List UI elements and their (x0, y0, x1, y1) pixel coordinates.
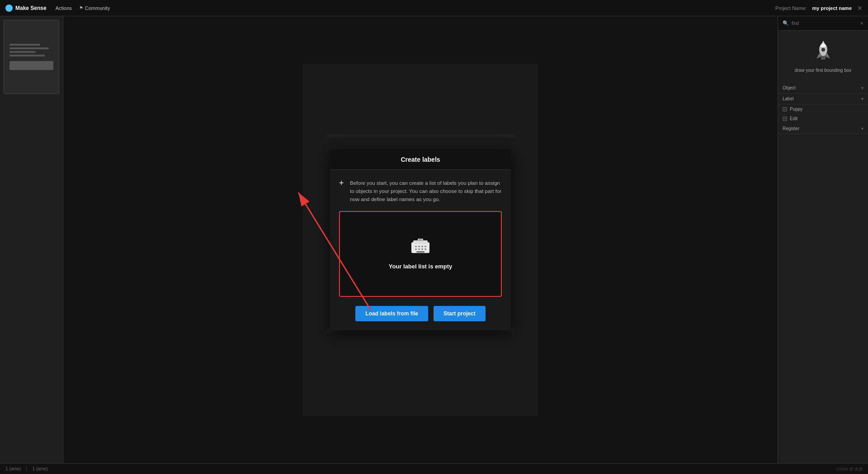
svg-rect-6 (415, 249, 417, 250)
navbar: Make Sense Actions ⚑ Community Project N… (0, 0, 868, 16)
checkbox-edit-box[interactable] (783, 117, 787, 121)
modal-footer: Load labels from file Start project (330, 306, 511, 330)
thumb-content (9, 44, 53, 70)
search-icon: 🔍 (783, 20, 789, 26)
right-search-bar: 🔍 ✕ (778, 16, 868, 31)
load-labels-button[interactable]: Load labels from file (355, 306, 428, 321)
label-list-area: Your label list is empty (339, 211, 502, 297)
svg-rect-7 (418, 249, 420, 250)
sidebar-left (0, 16, 63, 474)
create-labels-modal: Create labels + Before you start, you ca… (330, 149, 511, 330)
option-label-label: Label (783, 96, 793, 101)
main-canvas: Create labels + Before you start, you ca… (63, 16, 778, 463)
app-name: Make Sense (15, 5, 47, 11)
start-project-button[interactable]: Start project (434, 306, 486, 321)
svg-rect-9 (425, 249, 426, 250)
option-register-arrow: ▾ (861, 126, 863, 131)
svg-marker-16 (820, 41, 826, 47)
svg-rect-5 (425, 246, 426, 247)
navbar-right: Project Name: my project name ✕ (775, 5, 863, 12)
community-icon: ⚑ (79, 5, 83, 10)
rocket-description: draw your first bounding box (795, 67, 852, 74)
navbar-community[interactable]: ⚑ Community (79, 5, 110, 11)
modal-description: Before you start, you can create a list … (350, 178, 502, 203)
svg-rect-3 (418, 246, 420, 247)
option-register[interactable]: Register ▾ (778, 123, 868, 134)
svg-point-19 (821, 48, 825, 52)
search-input[interactable] (792, 21, 857, 26)
community-label: Community (85, 5, 110, 11)
typewriter-icon (410, 238, 431, 256)
checkbox-puppy-label: Puppy (790, 107, 802, 112)
svg-rect-8 (421, 249, 423, 250)
close-search-icon[interactable]: ✕ (860, 21, 863, 26)
svg-rect-20 (821, 56, 826, 60)
add-label-button[interactable]: + (339, 178, 344, 187)
typewriter-svg (410, 238, 431, 256)
option-label-arrow: ▾ (861, 96, 863, 101)
svg-rect-4 (421, 246, 423, 247)
rocket-area: draw your first bounding box (778, 31, 868, 83)
svg-rect-2 (415, 246, 417, 247)
rocket-icon (814, 40, 832, 63)
empty-label-text: Your label list is empty (389, 263, 453, 270)
modal-header: Create labels (330, 149, 511, 169)
right-panel: 🔍 ✕ draw your first bounding box Object … (778, 16, 868, 474)
project-name: my project name (812, 5, 852, 11)
image-thumbnail[interactable] (4, 20, 59, 94)
checkbox-puppy[interactable]: Puppy (778, 104, 868, 114)
project-label: Project Name: (775, 5, 807, 11)
navbar-menu: Actions ⚑ Community (56, 5, 110, 11)
modal-title: Create labels (339, 155, 502, 163)
navbar-actions[interactable]: Actions (56, 5, 72, 11)
status-item-1: 1 (ame) (5, 466, 21, 471)
actions-label: Actions (56, 5, 72, 11)
option-object-label: Object (783, 85, 796, 90)
option-label[interactable]: Label ▾ (778, 94, 868, 104)
watermark: CSDN @ 金虎 (836, 466, 863, 472)
logo-icon (5, 5, 13, 12)
checkbox-puppy-box[interactable] (783, 107, 787, 112)
app-logo[interactable]: Make Sense (5, 5, 47, 12)
close-window-icon[interactable]: ✕ (857, 5, 863, 12)
option-object[interactable]: Object ▾ (778, 83, 868, 94)
status-bar: 1 (ame) 1 (ame) (0, 463, 868, 474)
checkbox-edit-label: Edit (790, 116, 797, 121)
option-register-label: Register (783, 126, 799, 131)
option-object-arrow: ▾ (861, 85, 863, 90)
svg-rect-10 (416, 251, 425, 253)
status-item-2: 1 (ame) (32, 466, 47, 471)
modal-body: + Before you start, you can create a lis… (330, 169, 511, 296)
checkbox-edit[interactable]: Edit (778, 114, 868, 123)
svg-rect-12 (419, 239, 422, 240)
status-divider (26, 466, 27, 472)
